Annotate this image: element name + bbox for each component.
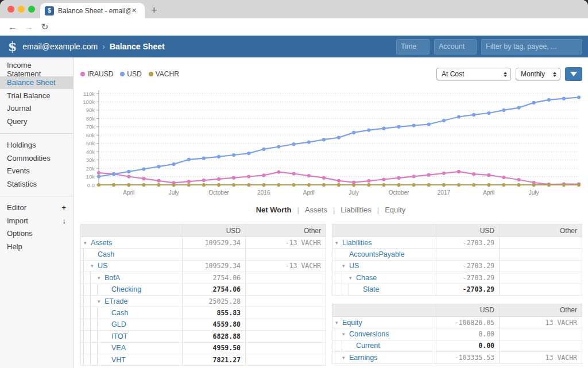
chart-point-vachr[interactable] (322, 183, 326, 187)
interval-select[interactable]: Monthly (516, 68, 560, 80)
chart-point-irausd[interactable] (202, 179, 206, 182)
chart-point-irausd[interactable] (517, 178, 520, 181)
chart-point-vachr[interactable] (397, 183, 400, 187)
chart-point-irausd[interactable] (247, 175, 250, 178)
chart-tab-net-worth[interactable]: Net Worth (256, 206, 292, 214)
chart-point-usd[interactable] (547, 98, 551, 102)
chart-point-irausd[interactable] (442, 172, 446, 175)
chart-point-vachr[interactable] (382, 183, 385, 187)
chart-point-irausd[interactable] (142, 177, 145, 180)
chart-point-vachr[interactable] (187, 183, 191, 187)
legend-item-irausd[interactable]: IRAUSD (80, 70, 113, 78)
account-link-cash[interactable]: Cash (98, 250, 114, 258)
chart-point-vachr[interactable] (172, 183, 176, 187)
chart-point-vachr[interactable] (352, 183, 355, 187)
chart-point-usd[interactable] (277, 145, 280, 148)
chart-point-vachr[interactable] (502, 183, 505, 187)
chart-point-irausd[interactable] (232, 176, 235, 180)
chart-tab-assets[interactable]: Assets (305, 206, 327, 214)
sidebar-item-income-statement[interactable]: Income Statement (0, 63, 73, 76)
collapse-triangle-icon[interactable]: ▾ (335, 240, 342, 246)
chart-point-vachr[interactable] (547, 183, 551, 187)
breadcrumb-ledger[interactable]: email@example.com (22, 42, 98, 51)
chart-point-irausd[interactable] (397, 176, 400, 180)
sidebar-item-options[interactable]: Options (0, 227, 73, 241)
account-link-us[interactable]: US (349, 262, 359, 270)
account-link-earnings[interactable]: Earnings (349, 354, 377, 362)
chart-point-vachr[interactable] (457, 183, 461, 187)
chart-point-irausd[interactable] (487, 173, 490, 177)
chart-point-usd[interactable] (172, 162, 176, 166)
maximize-window-button[interactable] (28, 6, 35, 13)
chart-point-vachr[interactable] (202, 183, 206, 187)
chart-point-irausd[interactable] (97, 171, 100, 175)
close-tab-icon[interactable]: ✕ (131, 7, 137, 14)
chart-point-vachr[interactable] (577, 183, 581, 187)
chart-point-irausd[interactable] (367, 179, 370, 183)
chart-point-vachr[interactable] (217, 183, 220, 187)
minimize-window-button[interactable] (18, 6, 25, 13)
sidebar-item-statistics[interactable]: Statistics (0, 177, 73, 191)
collapse-triangle-icon[interactable]: ▾ (97, 299, 105, 304)
chart-point-usd[interactable] (457, 115, 461, 118)
chart-point-usd[interactable] (112, 172, 115, 176)
chart-point-vachr[interactable] (262, 183, 265, 187)
account-link-us[interactable]: US (98, 262, 107, 270)
chart-point-irausd[interactable] (277, 171, 280, 174)
chart-point-usd[interactable] (562, 97, 566, 100)
chart-point-usd[interactable] (307, 141, 311, 144)
close-window-button[interactable] (7, 6, 14, 13)
chart-point-vachr[interactable] (412, 183, 416, 187)
chart-point-usd[interactable] (577, 95, 581, 99)
chart-point-usd[interactable] (337, 136, 341, 140)
toggle-chart-button[interactable] (565, 67, 582, 81)
chart-point-vachr[interactable] (127, 183, 130, 187)
chart-point-irausd[interactable] (472, 172, 475, 176)
chart-point-irausd[interactable] (382, 177, 385, 181)
chart-point-usd[interactable] (127, 170, 130, 173)
collapse-triangle-icon[interactable]: ▾ (335, 320, 342, 326)
chart-point-usd[interactable] (487, 111, 490, 115)
chart-point-vachr[interactable] (307, 183, 311, 187)
chart-point-vachr[interactable] (142, 183, 145, 187)
sidebar-item-events[interactable]: Events (0, 165, 73, 178)
collapse-triangle-icon[interactable]: ▾ (342, 263, 349, 269)
legend-item-vachr[interactable]: VACHR (149, 70, 179, 78)
browser-tab[interactable]: $ Balance Sheet - email@exampl ✕ (40, 3, 145, 18)
chart-point-usd[interactable] (442, 119, 446, 122)
chart-point-vachr[interactable] (442, 183, 446, 187)
account-link-conversions[interactable]: Conversions (349, 330, 389, 338)
chart-point-vachr[interactable] (157, 183, 160, 187)
chart-point-usd[interactable] (472, 113, 475, 117)
sidebar-item-import[interactable]: Import↓ (0, 214, 73, 227)
account-link-equity[interactable]: Equity (342, 319, 362, 327)
account-link-liabilities[interactable]: Liabilities (342, 239, 372, 247)
account-link-vht[interactable]: VHT (111, 356, 126, 364)
account-filter-input[interactable] (434, 39, 477, 55)
collapse-triangle-icon[interactable]: ▾ (90, 263, 98, 269)
sidebar-item-query[interactable]: Query (0, 115, 73, 128)
account-link-accountspayable[interactable]: AccountsPayable (349, 250, 405, 258)
collapse-triangle-icon[interactable]: ▾ (83, 240, 91, 246)
chart-point-irausd[interactable] (157, 179, 160, 183)
sidebar-item-editor[interactable]: Editor+ (0, 202, 73, 215)
reload-button[interactable]: ↻ (39, 21, 51, 33)
chart-point-vachr[interactable] (472, 183, 475, 187)
collapse-triangle-icon[interactable]: ▾ (342, 331, 349, 337)
chart-point-vachr[interactable] (487, 183, 490, 187)
chart-point-irausd[interactable] (262, 173, 265, 177)
collapse-triangle-icon[interactable]: ▾ (349, 275, 356, 281)
chart-point-irausd[interactable] (337, 179, 341, 183)
account-link-gld[interactable]: GLD (111, 320, 126, 328)
account-link-vea[interactable]: VEA (111, 344, 126, 352)
sidebar-item-commodities[interactable]: Commodities (0, 152, 73, 165)
forward-button[interactable]: → (23, 21, 34, 33)
sidebar-item-journal[interactable]: Journal (0, 102, 73, 115)
chart-point-irausd[interactable] (292, 172, 296, 175)
time-filter-input[interactable] (396, 39, 430, 55)
chart-point-irausd[interactable] (502, 176, 505, 179)
chart-point-usd[interactable] (502, 109, 505, 112)
collapse-triangle-icon[interactable]: ▾ (97, 275, 105, 281)
chart-point-vachr[interactable] (562, 183, 566, 187)
conversion-select[interactable]: At Cost (436, 68, 511, 80)
